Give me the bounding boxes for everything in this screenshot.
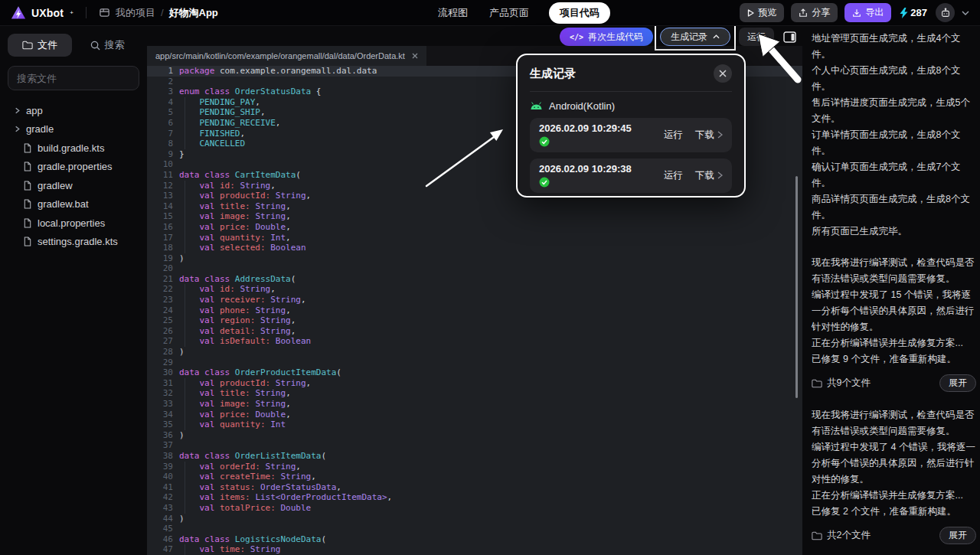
code-line: 37	[147, 440, 802, 451]
code-line: 47 val time: String	[147, 544, 802, 555]
code-line: 32 val title: String,	[147, 388, 802, 399]
record-download-link[interactable]: 下载	[695, 169, 723, 182]
code-text: val region: String,	[179, 315, 296, 326]
nav-tab-项目代码[interactable]: 项目代码	[549, 2, 610, 24]
tree-item-gradlew.bat[interactable]: gradlew.bat	[0, 195, 147, 214]
user-avatar[interactable]	[936, 3, 955, 22]
record-run-link[interactable]: 运行	[664, 129, 683, 142]
code-text: data class OrderProductItemData(	[179, 367, 341, 378]
generation-history-button[interactable]: 生成记录	[660, 28, 730, 46]
expand-button[interactable]: 展开	[939, 374, 976, 392]
editor-scrollbar[interactable]	[795, 176, 798, 398]
line-number: 18	[147, 243, 173, 253]
file-icon	[23, 143, 32, 153]
code-icon: </>	[570, 33, 583, 41]
topbar: UXbot+ 我的项目 / 好物淘App 流程图产品页面项目代码 预览 分享	[0, 0, 980, 26]
code-line: 45	[147, 524, 802, 534]
code-line: 26 val detail: String,	[147, 326, 802, 337]
code-text: val receiver: String,	[179, 295, 306, 305]
code-text: val quantity: Int,	[179, 233, 291, 243]
panel-toggle-icon[interactable]	[783, 31, 796, 43]
nav-tab-流程图[interactable]: 流程图	[436, 2, 469, 24]
export-button[interactable]: 导出	[844, 3, 891, 22]
line-number: 13	[147, 191, 173, 201]
code-text: val totalPrice: Double	[179, 503, 311, 514]
editor-tab-orderdata[interactable]: app/src/main/kotlin/com/example/orangema…	[147, 46, 426, 66]
file-icon	[23, 199, 32, 209]
bolt-icon	[900, 8, 908, 18]
line-number: 40	[147, 472, 173, 482]
breadcrumb: 我的项目 / 好物淘App	[99, 6, 218, 20]
expand-button[interactable]: 展开	[939, 527, 976, 544]
breadcrumb-separator: /	[161, 7, 164, 18]
code-line: 24 val phone: String,	[147, 305, 802, 316]
tab-files[interactable]: 文件	[8, 34, 72, 57]
tree-item-label: app	[26, 105, 43, 116]
chevron-down-icon[interactable]	[962, 11, 969, 15]
line-number: 28	[147, 347, 173, 357]
line-number: 6	[147, 118, 173, 129]
modal-close-button[interactable]	[714, 64, 732, 83]
tree-item-local.properties[interactable]: local.properties	[0, 214, 147, 233]
tree-item-app[interactable]: app	[0, 101, 147, 120]
files-summary-label: 共2个文件	[827, 527, 935, 544]
line-number: 42	[147, 492, 173, 503]
nav-tab-产品页面[interactable]: 产品页面	[488, 2, 531, 24]
line-number: 4	[147, 97, 173, 108]
credits-counter[interactable]: 287	[900, 7, 927, 18]
code-text: val phone: String,	[179, 305, 291, 316]
code-text: val id: String,	[179, 284, 276, 295]
run-button[interactable]: 运行	[739, 28, 774, 46]
annotation-highlight-box: 生成记录	[660, 28, 730, 46]
code-line: 39 val orderId: String,	[147, 462, 802, 472]
tree-item-gradle[interactable]: gradle	[0, 120, 147, 139]
line-number: 38	[147, 451, 173, 462]
regenerate-code-button[interactable]: </> 再次生成代码	[560, 28, 653, 46]
line-number: 37	[147, 440, 173, 451]
generation-record: 2026.02.09 10:29:38运行下载	[530, 158, 732, 193]
code-line: 38data class OrderListItemData(	[147, 451, 802, 462]
tree-item-gradlew[interactable]: gradlew	[0, 176, 147, 195]
android-icon	[530, 102, 543, 110]
line-number: 30	[147, 367, 173, 378]
tab-search[interactable]: 搜索	[75, 34, 139, 57]
line-number: 7	[147, 129, 173, 139]
topbar-nav: 流程图产品页面项目代码	[436, 0, 610, 26]
code-line: 44)	[147, 514, 802, 524]
line-number: 26	[147, 326, 173, 337]
close-icon[interactable]	[412, 53, 418, 59]
breadcrumb-current[interactable]: 好物淘App	[169, 6, 218, 20]
records-list: 2026.02.09 10:29:45运行下载2026.02.09 10:29:…	[530, 118, 732, 193]
code-text: PENDING_SHIP,	[179, 107, 266, 118]
code-line: 18 val selected: Boolean	[147, 243, 802, 253]
code-line: 42 val items: List<OrderProductItemData>…	[147, 492, 802, 503]
code-line: 46data class LogisticsNodeData(	[147, 534, 802, 545]
code-text: val productId: String,	[179, 378, 311, 389]
preview-button[interactable]: 预览	[740, 3, 784, 22]
record-run-link[interactable]: 运行	[664, 169, 683, 182]
tree-item-build.gradle.kts[interactable]: build.gradle.kts	[0, 139, 147, 158]
logo-icon	[11, 5, 26, 21]
code-text: }	[179, 149, 185, 160]
code-line: 41 val status: OrderStatusData,	[147, 482, 802, 493]
share-button[interactable]: 分享	[791, 3, 838, 22]
line-number: 3	[147, 87, 173, 97]
success-check-icon	[539, 177, 550, 188]
search-files-input[interactable]	[8, 66, 139, 90]
tree-item-settings.gradle.kts[interactable]: settings.gradle.kts	[0, 233, 147, 252]
file-tree: appgradlebuild.gradle.ktsgradle.properti…	[0, 101, 147, 251]
code-text: )	[179, 347, 185, 357]
code-text: )	[179, 430, 185, 441]
record-download-link[interactable]: 下载	[695, 129, 723, 142]
breadcrumb-root[interactable]: 我的项目	[116, 6, 155, 20]
divider	[530, 91, 732, 92]
code-line: 17 val quantity: Int,	[147, 233, 802, 243]
app-logo[interactable]: UXbot+	[11, 5, 74, 21]
tree-item-gradle.properties[interactable]: gradle.properties	[0, 158, 147, 177]
code-line: 23 val receiver: String,	[147, 295, 802, 305]
code-line: 35 val quantity: Int	[147, 420, 802, 430]
code-text: data class CartItemData(	[179, 170, 301, 181]
generation-history-modal: 生成记录 Android(Kotlin) 2026.02.09 10:29:45…	[516, 54, 746, 198]
code-line: 36)	[147, 430, 802, 441]
line-number: 31	[147, 378, 173, 389]
